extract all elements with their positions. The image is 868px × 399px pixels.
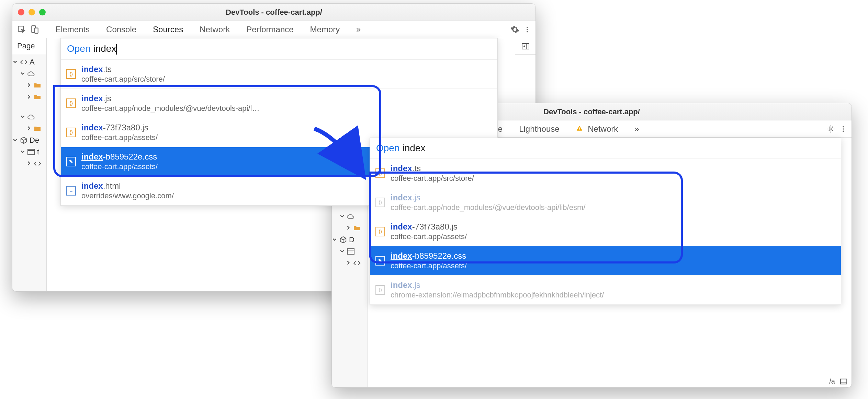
divider bbox=[44, 24, 44, 35]
quick-open-result[interactable]: ⟨⟩ index.js coffee-cart.app/node_modules… bbox=[370, 188, 841, 217]
caret-right-icon bbox=[27, 161, 32, 166]
svg-rect-8 bbox=[522, 44, 529, 49]
caret-down-icon bbox=[13, 60, 18, 64]
tree-row[interactable] bbox=[13, 111, 46, 123]
status-text: /a bbox=[829, 377, 835, 385]
file-tree: A bbox=[12, 54, 46, 172]
svg-point-3 bbox=[527, 26, 528, 28]
minimize-window-button[interactable] bbox=[29, 9, 35, 15]
device-toolbar-icon[interactable] bbox=[28, 23, 41, 36]
window-title: DevTools - coffee-cart.app/ bbox=[12, 8, 536, 17]
inspect-element-icon[interactable] bbox=[15, 23, 28, 36]
code-icon bbox=[19, 58, 28, 67]
tree-row[interactable] bbox=[332, 257, 367, 269]
tab-sources[interactable]: Sources bbox=[145, 21, 191, 38]
tree-row[interactable] bbox=[13, 68, 46, 80]
caret-right-icon bbox=[27, 95, 32, 99]
open-label: Open bbox=[67, 43, 91, 54]
quick-open-result[interactable]: ⟨⟩ index.ts coffee-cart.app/src/store/ bbox=[370, 159, 841, 188]
quick-open-input[interactable]: index bbox=[93, 43, 117, 55]
settings-icon[interactable] bbox=[825, 124, 836, 134]
tab-performance[interactable]: Performance bbox=[238, 21, 302, 38]
folder-icon bbox=[33, 93, 42, 102]
warning-icon bbox=[576, 125, 584, 132]
tree-label: A bbox=[30, 58, 35, 67]
tree-row[interactable] bbox=[332, 222, 367, 234]
svg-point-5 bbox=[527, 31, 528, 32]
toolbar: Elements Console Sources Network Perform… bbox=[12, 21, 536, 38]
file-icon: ⟨⟩ bbox=[375, 168, 385, 178]
tab-elements[interactable]: Elements bbox=[47, 21, 98, 38]
tree-row[interactable] bbox=[13, 158, 46, 169]
panel-collapse-icon[interactable] bbox=[840, 378, 847, 385]
traffic-lights bbox=[18, 9, 46, 15]
caret-down-icon bbox=[340, 214, 345, 219]
close-window-button[interactable] bbox=[18, 9, 24, 15]
tree-row[interactable]: De bbox=[13, 134, 46, 146]
svg-point-17 bbox=[843, 128, 844, 130]
code-icon bbox=[352, 259, 361, 268]
svg-rect-2 bbox=[35, 28, 38, 33]
svg-rect-6 bbox=[28, 149, 35, 155]
file-icon: ✎ bbox=[66, 157, 76, 166]
caret-right-icon bbox=[27, 83, 32, 88]
file-icon: ≡ bbox=[66, 186, 76, 196]
tab-lighthouse[interactable]: Lighthouse bbox=[511, 121, 567, 137]
status-bar: /a bbox=[332, 375, 852, 387]
titlebar: DevTools - coffee-cart.app/ bbox=[12, 4, 536, 21]
tab-memory[interactable]: Memory bbox=[302, 21, 348, 38]
quick-open-result[interactable]: ⟨⟩ index.ts coffee-cart.app/src/store/ bbox=[61, 60, 497, 89]
file-icon: ⟨⟩ bbox=[375, 227, 385, 236]
page-tab[interactable]: Page bbox=[12, 38, 46, 54]
file-icon: ⟨⟩ bbox=[375, 285, 385, 295]
tree-row[interactable] bbox=[13, 91, 46, 103]
svg-point-4 bbox=[527, 29, 528, 30]
window-icon bbox=[346, 247, 355, 256]
tree-row[interactable] bbox=[13, 123, 46, 134]
quick-open-popup: Open index ⟨⟩ index.ts coffee-cart.app/s… bbox=[370, 138, 841, 305]
quick-open-result-selected[interactable]: ✎ index-b859522e.css coffee-cart.app/ass… bbox=[370, 246, 841, 275]
more-menu-icon[interactable] bbox=[838, 124, 849, 134]
caret-down-icon bbox=[21, 71, 25, 76]
maximize-window-button[interactable] bbox=[39, 9, 46, 15]
svg-point-15 bbox=[830, 128, 832, 130]
text-cursor bbox=[116, 44, 117, 55]
caret-down-icon bbox=[332, 237, 337, 242]
tree-row[interactable]: t bbox=[13, 146, 46, 158]
svg-rect-13 bbox=[579, 127, 580, 129]
file-icon: ✎ bbox=[375, 256, 385, 266]
tree-row[interactable] bbox=[13, 80, 46, 91]
caret-down-icon bbox=[21, 115, 25, 119]
tabs-overflow[interactable]: » bbox=[626, 121, 647, 137]
caret-down-icon bbox=[340, 249, 345, 254]
quick-open-header: Open index bbox=[370, 138, 841, 159]
tree-row[interactable] bbox=[332, 246, 367, 257]
caret-right-icon bbox=[346, 226, 351, 231]
panel-tabs: Elements Console Sources Network Perform… bbox=[47, 21, 509, 38]
folder-icon bbox=[33, 81, 42, 90]
quick-open-input[interactable]: index bbox=[403, 143, 426, 154]
tree-row[interactable]: D bbox=[332, 234, 367, 246]
sources-sidebar: Page A bbox=[12, 38, 47, 291]
toggle-debugger-sidebar[interactable] bbox=[515, 38, 536, 55]
tab-network[interactable]: Network bbox=[568, 121, 627, 137]
svg-rect-14 bbox=[579, 129, 580, 130]
package-icon bbox=[19, 136, 28, 145]
quick-open-result[interactable]: ⟨⟩ index.js chrome-extension://eimadpbcb… bbox=[370, 275, 841, 305]
tabs-overflow[interactable]: » bbox=[348, 21, 369, 38]
quick-open-result[interactable]: ⟨⟩ index.js coffee-cart.app/node_modules… bbox=[61, 89, 497, 118]
code-icon bbox=[33, 159, 42, 168]
caret-right-icon bbox=[346, 261, 351, 266]
tree-row[interactable]: A bbox=[13, 56, 46, 68]
window-icon bbox=[27, 148, 36, 156]
tree-row[interactable] bbox=[332, 211, 367, 222]
tab-network[interactable]: Network bbox=[191, 21, 238, 38]
tab-console[interactable]: Console bbox=[98, 21, 145, 38]
file-icon: ⟨⟩ bbox=[66, 128, 76, 137]
cloud-icon bbox=[27, 69, 36, 78]
settings-icon[interactable] bbox=[509, 24, 520, 35]
tree-row[interactable] bbox=[13, 103, 46, 111]
more-menu-icon[interactable] bbox=[522, 24, 533, 35]
package-icon bbox=[339, 235, 348, 244]
quick-open-result[interactable]: ⟨⟩ index-73f73a80.js coffee-cart.app/ass… bbox=[370, 217, 841, 246]
